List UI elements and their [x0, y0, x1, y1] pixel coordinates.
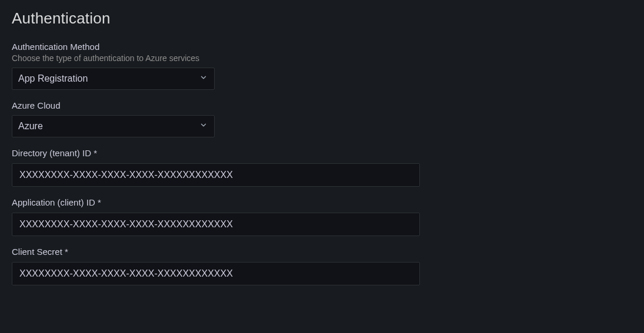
azure-cloud-select-wrapper: Azure	[12, 115, 215, 137]
auth-method-select[interactable]: App Registration	[12, 68, 215, 90]
client-secret-label: Client Secret *	[12, 247, 632, 257]
auth-method-label: Authentication Method	[12, 42, 632, 52]
azure-cloud-select[interactable]: Azure	[12, 115, 215, 137]
auth-method-select-wrapper: App Registration	[12, 68, 215, 90]
section-title: Authentication	[12, 9, 632, 28]
auth-method-description: Choose the type of authentication to Azu…	[12, 53, 632, 63]
client-secret-field: Client Secret *	[12, 247, 632, 285]
azure-cloud-label: Azure Cloud	[12, 100, 632, 110]
client-secret-input[interactable]	[12, 262, 420, 285]
client-id-input[interactable]	[12, 213, 420, 236]
tenant-id-label: Directory (tenant) ID *	[12, 148, 632, 158]
tenant-id-field: Directory (tenant) ID *	[12, 148, 632, 187]
tenant-id-input[interactable]	[12, 163, 420, 187]
auth-method-field: Authentication Method Choose the type of…	[12, 42, 632, 90]
azure-cloud-field: Azure Cloud Azure	[12, 100, 632, 137]
client-id-label: Application (client) ID *	[12, 197, 632, 207]
client-id-field: Application (client) ID *	[12, 197, 632, 236]
